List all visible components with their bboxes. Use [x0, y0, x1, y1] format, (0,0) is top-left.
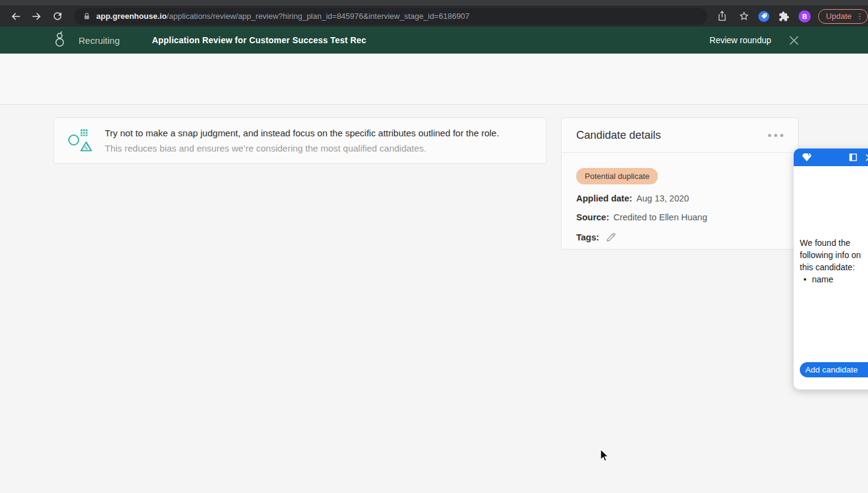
browser-toolbar: app.greenhouse.io/applications/review/ap… [0, 0, 868, 27]
tip-primary-text: Try not to make a snap judgment, and ins… [105, 128, 499, 138]
candidate-subheader: 8 applications in queue EllenTest Test L… [0, 54, 868, 105]
star-icon[interactable] [736, 9, 751, 24]
extension-gem-icon [802, 153, 812, 162]
card-title: Candidate details [576, 129, 661, 142]
update-label: Update [826, 12, 852, 21]
chrome-menu-icon[interactable]: ⋮ [856, 12, 864, 21]
applied-date-row: Applied date: Aug 13, 2020 [576, 194, 783, 203]
applied-date-label: Applied date: [576, 194, 632, 203]
main-content: Try not to make a snap judgment, and ins… [0, 105, 868, 493]
reload-icon[interactable] [50, 9, 65, 24]
popup-titlebar[interactable] [794, 149, 868, 166]
bias-tip-box: Try not to make a snap judgment, and ins… [54, 117, 546, 164]
url-path: /applications/review/app_review?hiring_p… [167, 12, 470, 21]
card-overflow-menu-icon[interactable] [768, 131, 783, 139]
lock-icon [83, 12, 91, 21]
popup-message: We found the following info on this cand… [800, 237, 868, 285]
popup-bullet-item: • name [800, 273, 868, 285]
extension-tag-icon[interactable] [758, 11, 769, 22]
tags-row: Tags: [576, 231, 783, 243]
browser-actions: B Update ⋮ [715, 9, 868, 24]
nav-product-label[interactable]: Recruiting [79, 35, 120, 46]
popup-bullet-text: name [812, 273, 833, 285]
forward-icon[interactable] [29, 9, 44, 24]
applied-date-value: Aug 13, 2020 [637, 194, 689, 203]
greenhouse-logo-icon[interactable] [54, 30, 66, 50]
potential-duplicate-badge[interactable]: Potential duplicate [576, 168, 658, 184]
source-value: Credited to Ellen Huang [613, 212, 707, 222]
shapes-tip-icon [67, 126, 93, 155]
browser-nav-buttons [0, 4, 65, 24]
mouse-cursor [599, 449, 613, 466]
add-candidate-button[interactable]: Add candidate [800, 362, 868, 377]
edit-tags-icon[interactable] [605, 231, 617, 243]
back-icon[interactable] [9, 9, 23, 24]
review-roundup-link[interactable]: Review roundup [710, 35, 771, 45]
share-icon[interactable] [715, 9, 729, 24]
close-review-icon[interactable] [789, 35, 799, 46]
profile-avatar[interactable]: B [799, 10, 811, 23]
tags-label: Tags: [576, 233, 599, 242]
page-root: app.greenhouse.io/applications/review/ap… [0, 0, 868, 493]
source-label: Source: [576, 212, 609, 222]
url-bar[interactable]: app.greenhouse.io/applications/review/ap… [74, 8, 707, 25]
update-button[interactable]: Update ⋮ [818, 9, 868, 24]
app-header: Recruiting Application Review for Custom… [0, 27, 868, 54]
candidate-details-card: Candidate details Potential duplicate Ap… [561, 117, 799, 250]
extension-popup: We found the following info on this cand… [794, 149, 868, 390]
url-host: app.greenhouse.io [96, 12, 167, 21]
popup-close-icon[interactable] [866, 154, 868, 161]
source-row: Source: Credited to Ellen Huang [576, 212, 783, 222]
tip-secondary-text: This reduces bias and ensures we’re cons… [105, 143, 499, 153]
puzzle-icon[interactable] [777, 9, 791, 24]
page-title: Application Review for Customer Success … [152, 35, 367, 45]
popup-maximize-icon[interactable] [849, 153, 857, 161]
